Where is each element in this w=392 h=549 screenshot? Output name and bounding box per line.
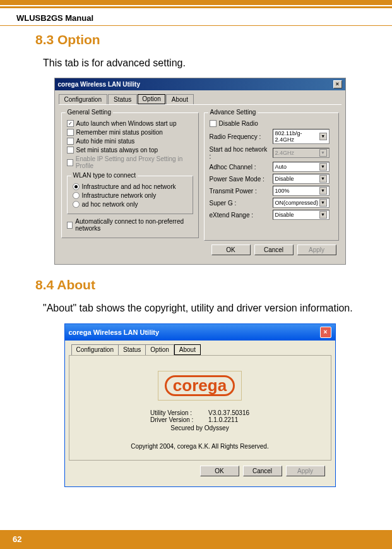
- tab-about[interactable]: About: [174, 344, 201, 355]
- close-icon[interactable]: ×: [320, 327, 331, 338]
- section-text-option: This tab is for advanced setting.: [43, 56, 364, 70]
- tab-strip: Configuration Status Option About: [71, 344, 331, 355]
- select-superg[interactable]: ON(compressed)▼: [273, 198, 330, 208]
- select-adhoc-chan[interactable]: Auto▼: [273, 162, 330, 172]
- logo-frame: corega: [158, 371, 242, 401]
- tab-strip: Configuration Status Option About: [59, 94, 342, 105]
- radio-infra-adhoc[interactable]: [73, 183, 80, 190]
- page-number: 62: [13, 534, 21, 544]
- checkbox-auto-launch[interactable]: [67, 120, 74, 127]
- checkbox-remember-pos[interactable]: [67, 129, 74, 136]
- select-power-save[interactable]: Disable▼: [273, 174, 330, 184]
- corega-logo: corega: [165, 375, 235, 396]
- footer-bar: 62: [0, 531, 392, 549]
- radio-infra-only[interactable]: [73, 192, 80, 199]
- top-border: [0, 0, 392, 5]
- tab-configuration[interactable]: Configuration: [59, 94, 107, 104]
- chevron-down-icon: ▼: [319, 175, 327, 183]
- tab-status[interactable]: Status: [108, 94, 137, 104]
- ok-button[interactable]: OK: [200, 466, 239, 476]
- label-infra-only: Infrastructure network only: [82, 192, 157, 199]
- chevron-down-icon: ▼: [319, 163, 327, 171]
- general-setting-title: General Setting: [66, 109, 114, 116]
- select-extend[interactable]: Disable▼: [273, 210, 330, 220]
- apply-button: Apply: [297, 244, 336, 255]
- utility-version-label: Utility Version :: [150, 409, 201, 416]
- checkbox-always-top[interactable]: [67, 147, 74, 154]
- label-start-adhoc: Start ad hoc network :: [210, 146, 270, 160]
- checkbox-disable-radio[interactable]: [210, 120, 217, 127]
- driver-version-value: 1.1.0.2211: [208, 416, 238, 423]
- about-dialog: corega Wireless LAN Utility × Configurat…: [64, 323, 336, 487]
- chevron-down-icon: ▼: [319, 211, 327, 219]
- general-setting-group: General Setting Auto launch when Windows…: [61, 112, 199, 238]
- wlan-type-group: WLAN type to connect Infrastructure and …: [67, 176, 193, 214]
- label-always-top: Set mini status always on top: [76, 147, 158, 154]
- label-remember-pos: Remember mini status position: [76, 129, 163, 136]
- section-heading-about: 8.4 About: [35, 277, 364, 293]
- select-radio-freq[interactable]: 802.11b/g-2.4GHz▼: [273, 129, 330, 144]
- ok-button[interactable]: OK: [211, 244, 251, 255]
- label-superg: Super G :: [210, 200, 270, 207]
- apply-button: Apply: [286, 466, 325, 476]
- label-auto-connect: Automatically connect to non-preferred n…: [75, 218, 193, 232]
- dialog-titlebar: corega Wireless LAN Utility ×: [55, 78, 345, 90]
- close-icon[interactable]: ×: [333, 80, 342, 88]
- label-enable-ip: Enable IP Setting and Proxy Setting in P…: [76, 155, 193, 169]
- tab-configuration[interactable]: Configuration: [71, 344, 119, 355]
- section-text-about: "About" tab shows the copyright, utility…: [43, 301, 364, 315]
- chevron-down-icon: ▼: [319, 133, 327, 140]
- select-transmit[interactable]: 100%▼: [273, 186, 330, 196]
- tab-option[interactable]: Option: [146, 344, 174, 355]
- manual-title: WLUSB2GS Manual: [0, 8, 392, 26]
- cancel-button[interactable]: Cancel: [254, 244, 294, 255]
- label-power-save: Power Save Mode :: [210, 176, 270, 183]
- section-heading-option: 8.3 Option: [35, 32, 364, 47]
- tab-status[interactable]: Status: [119, 344, 146, 355]
- secured-text: Secured by Odyssey: [150, 425, 249, 431]
- checkbox-enable-ip: [67, 159, 73, 166]
- label-transmit: Transmit Power :: [210, 188, 270, 195]
- label-extend: eXtend Range :: [210, 212, 270, 219]
- option-dialog: corega Wireless LAN Utility × Configurat…: [54, 78, 346, 265]
- select-start-adhoc: 2.4GHz▼: [273, 148, 330, 158]
- chevron-down-icon: ▼: [319, 199, 327, 207]
- label-auto-hide: Auto hide mini status: [76, 138, 135, 145]
- version-block: Utility Version :V3.0.37.50316 Driver Ve…: [150, 409, 249, 431]
- about-panel: corega Utility Version :V3.0.37.50316 Dr…: [69, 355, 331, 461]
- radio-adhoc-only[interactable]: [73, 201, 80, 208]
- dialog-titlebar: corega Wireless LAN Utility ×: [65, 324, 335, 341]
- advance-setting-group: Advance Setting Disable Radio Radio Freq…: [204, 112, 339, 241]
- label-disable-radio: Disable Radio: [219, 120, 258, 127]
- dialog-title-text: corega Wireless LAN Utility: [69, 329, 160, 336]
- driver-version-label: Driver Version :: [150, 416, 201, 423]
- wlan-type-title: WLAN type to connect: [71, 172, 138, 179]
- copyright-text: Copyright 2004, corega K.K. All Rights R…: [69, 443, 331, 450]
- label-adhoc-chan: Adhoc Channel :: [210, 164, 270, 171]
- checkbox-auto-hide[interactable]: [67, 138, 74, 145]
- tab-option[interactable]: Option: [138, 94, 165, 104]
- label-adhoc-only: ad hoc network only: [82, 201, 138, 208]
- tab-about[interactable]: About: [166, 94, 194, 104]
- dialog-title-text: corega Wireless LAN Utility: [58, 81, 141, 88]
- label-auto-launch: Auto launch when Windows start up: [76, 120, 177, 127]
- advance-setting-title: Advance Setting: [208, 109, 258, 116]
- label-infra-adhoc: Infrastructure and ad hoc network: [82, 183, 176, 190]
- label-radio-freq: Radio Frequency :: [210, 133, 270, 140]
- cancel-button[interactable]: Cancel: [243, 466, 282, 476]
- checkbox-auto-connect[interactable]: [67, 222, 73, 229]
- chevron-down-icon: ▼: [319, 187, 327, 195]
- chevron-down-icon: ▼: [319, 149, 327, 157]
- utility-version-value: V3.0.37.50316: [208, 409, 249, 416]
